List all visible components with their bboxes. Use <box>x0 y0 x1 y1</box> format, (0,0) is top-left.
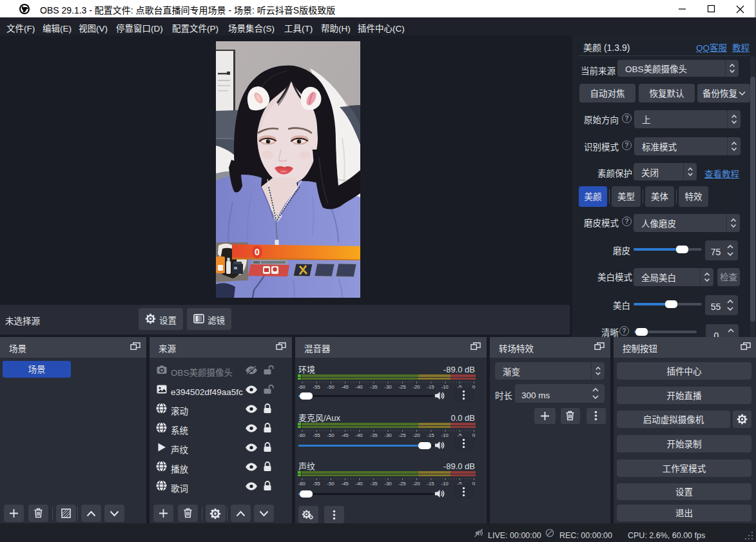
svg-text:0: 0 <box>255 245 260 258</box>
